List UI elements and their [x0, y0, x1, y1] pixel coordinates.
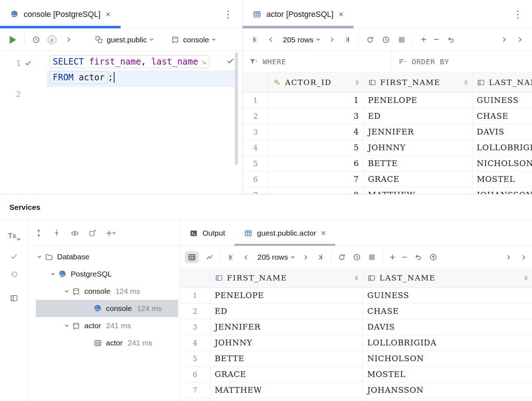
next-page-icon[interactable]: [300, 253, 309, 261]
row-number[interactable]: 4: [243, 140, 269, 156]
profiler-icon[interactable]: p: [48, 36, 56, 44]
chevron-right-icon[interactable]: [503, 253, 512, 261]
row-number[interactable]: 4: [180, 335, 210, 351]
cell-actor-id[interactable]: 6: [269, 156, 364, 171]
row-number[interactable]: 5: [243, 156, 269, 171]
run-button[interactable]: [9, 36, 17, 44]
tree-item-postgresql[interactable]: PostgreSQL: [28, 265, 179, 283]
cell-first-name[interactable]: GRACE: [210, 367, 363, 382]
cell-last-name[interactable]: LOLLOBRIGIDA: [363, 335, 532, 351]
column-header-first-name[interactable]: FIRST_NAME: [364, 72, 472, 92]
refresh-icon[interactable]: [366, 36, 374, 44]
row-number[interactable]: 3: [180, 319, 210, 335]
inline-edit-icon[interactable]: [201, 57, 206, 67]
row-number[interactable]: 6: [243, 171, 269, 187]
add-row-icon[interactable]: +: [421, 35, 426, 44]
page-size-selector[interactable]: 205 rows: [257, 253, 294, 261]
row-number[interactable]: 7: [180, 382, 210, 398]
auto-refresh-clock-icon[interactable]: [382, 36, 390, 44]
column-header-last-name[interactable]: LAST_NAME: [472, 72, 532, 92]
previous-page-icon[interactable]: [242, 253, 251, 261]
sort-icon[interactable]: [464, 80, 468, 85]
row-number[interactable]: 1: [180, 288, 210, 303]
column-header-first-name[interactable]: FIRST_NAME: [210, 268, 363, 287]
revert-icon[interactable]: [447, 36, 455, 44]
row-number[interactable]: 1: [243, 93, 269, 108]
add-row-icon[interactable]: +: [389, 253, 395, 262]
cell-last-name[interactable]: MOSTEL: [363, 367, 532, 382]
tab-console[interactable]: console [PostgreSQL] ×: [0, 0, 121, 28]
close-icon[interactable]: ×: [339, 10, 344, 19]
first-page-icon[interactable]: [251, 36, 260, 44]
tree-item-actor-table[interactable]: actor 241 ms: [28, 334, 179, 352]
expand-all-icon[interactable]: [34, 229, 43, 237]
row-number[interactable]: 3: [243, 124, 269, 140]
chevron-right-icon[interactable]: [499, 36, 508, 44]
cell-last-name[interactable]: LOLLOBRIGIDA: [472, 140, 532, 156]
column-header-last-name[interactable]: LAST_NAME: [363, 268, 532, 287]
cell-actor-id[interactable]: 7: [269, 171, 364, 187]
session-selector[interactable]: console: [171, 36, 215, 44]
column-header-actor-id[interactable]: ACTOR_ID: [269, 72, 364, 92]
editor-scrollbar[interactable]: [235, 52, 238, 165]
code-line-1[interactable]: SELECT first_name, last_name: [50, 55, 209, 68]
tree-item-console-file[interactable]: console 124 ms: [36, 300, 178, 317]
tree-item-database[interactable]: Database: [28, 248, 179, 265]
cell-last-name[interactable]: [363, 398, 532, 401]
cell-last-name[interactable]: MOSTEL: [472, 171, 532, 187]
cell-first-name[interactable]: ED: [210, 303, 363, 319]
corner-cell[interactable]: [243, 72, 269, 92]
cell-actor-id[interactable]: 4: [269, 124, 364, 140]
kebab-menu-icon[interactable]: ⋮: [513, 9, 523, 20]
grid-view-toggle[interactable]: [185, 251, 199, 263]
transaction-mode-button[interactable]: Tx: [8, 231, 20, 240]
cell-first-name[interactable]: ED: [364, 108, 472, 124]
commit-check-icon[interactable]: [10, 252, 18, 262]
cell-last-name[interactable]: GUINESS: [472, 93, 532, 108]
revert-icon[interactable]: [414, 253, 423, 261]
cell-first-name[interactable]: [210, 398, 363, 401]
row-number[interactable]: 2: [180, 303, 210, 319]
row-number[interactable]: 5: [180, 351, 210, 367]
cell-actor-id[interactable]: 8: [269, 187, 364, 194]
cell-first-name[interactable]: PENELOPE: [364, 93, 472, 108]
chevron-right-icon[interactable]: [64, 36, 72, 44]
statement-executed-check-icon[interactable]: [24, 59, 32, 69]
rollback-icon[interactable]: [10, 271, 18, 280]
sort-icon[interactable]: [524, 275, 528, 280]
sql-editor[interactable]: 1 2 SELECT first_name, last_name FROM ac…: [0, 51, 242, 194]
schema-selector[interactable]: guest.public: [94, 36, 153, 44]
sort-icon[interactable]: [355, 80, 359, 85]
next-page-icon[interactable]: [327, 36, 335, 44]
row-number[interactable]: 7: [243, 187, 269, 194]
open-in-new-tab-icon[interactable]: [88, 229, 97, 237]
cell-last-name[interactable]: JOHANSSON: [363, 382, 532, 398]
chevron-right-icon[interactable]: [515, 36, 523, 44]
cell-first-name[interactable]: JOHNNY: [210, 335, 363, 351]
cell-last-name[interactable]: NICHOLSON: [363, 351, 532, 367]
last-page-icon[interactable]: [342, 36, 351, 44]
cell-last-name[interactable]: DAVIS: [472, 124, 532, 140]
cell-first-name[interactable]: JENNIFER: [364, 124, 472, 140]
cell-first-name[interactable]: BETTE: [364, 156, 472, 171]
cell-last-name[interactable]: NICHOLSON: [472, 156, 532, 171]
cell-last-name[interactable]: DAVIS: [363, 319, 532, 335]
history-icon[interactable]: [32, 36, 41, 44]
cell-first-name[interactable]: PENELOPE: [210, 288, 363, 303]
cell-first-name[interactable]: JOHNNY: [364, 140, 472, 156]
chart-view-toggle[interactable]: [205, 253, 214, 261]
tab-result-grid[interactable]: guest.public.actor ×: [234, 221, 335, 246]
auto-refresh-clock-icon[interactable]: [353, 253, 361, 261]
tab-actor[interactable]: actor [PostgreSQL] ×: [243, 0, 354, 28]
row-number[interactable]: [180, 398, 210, 401]
cell-actor-id[interactable]: 5: [269, 140, 364, 156]
first-page-icon[interactable]: [227, 253, 236, 261]
previous-page-icon[interactable]: [267, 36, 276, 44]
tree-item-actor-session[interactable]: actor 241 ms: [28, 317, 179, 334]
corner-cell[interactable]: [180, 268, 210, 287]
cell-last-name[interactable]: CHASE: [472, 108, 532, 124]
refresh-icon[interactable]: [337, 253, 346, 261]
row-number[interactable]: 2: [243, 108, 269, 124]
sort-icon[interactable]: [355, 275, 358, 280]
last-page-icon[interactable]: [316, 253, 324, 261]
